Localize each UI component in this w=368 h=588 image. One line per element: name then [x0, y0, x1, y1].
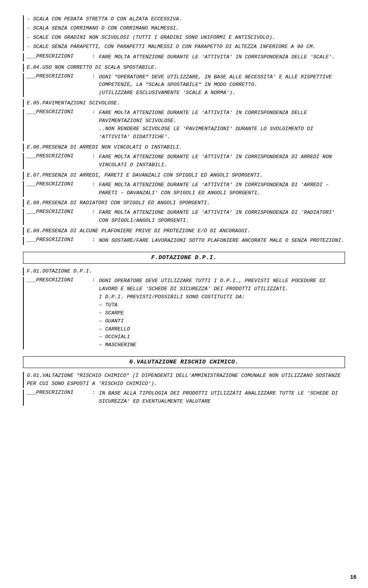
prescrizioni-e04: ___PRESCRIZIONI : OGNI "OPERATORE" DEVE … — [23, 73, 345, 97]
bullets-section: - SCALA CON PEDATA STRETTA O CON ALZATA … — [23, 15, 345, 51]
e07-section: E.07.PRESENZA DI ARREDI, PARETI E DAVANZ… — [23, 172, 345, 180]
dpi-list-item-6: – MASCHERINE — [99, 342, 136, 348]
prescrizioni-label: ___PRESCRIZIONI — [27, 209, 92, 225]
e09-title: E.09.PRESENZA DI ALCUNE PLAFONIERE PRIVE… — [27, 227, 345, 235]
page-content: - SCALA CON PEDATA STRETTA O CON ALZATA … — [19, 15, 349, 406]
dpi-list-item-5: – OCCHIALI — [99, 334, 130, 340]
e06-section: E.06.PRESENZA DI ARREDI NON VINCOLATI O … — [23, 144, 345, 152]
prescrizioni-label: ___PRESCRIZIONI — [27, 181, 92, 197]
e06-title: E.06.PRESENZA DI ARREDI NON VINCOLATI O … — [27, 144, 345, 152]
dpi-list-item-2: – SCARPE — [99, 310, 124, 316]
prescrizioni-scale-text: FARE MOLTA ATTENZIONE DURANTE LE 'ATTIVI… — [99, 53, 345, 61]
dpi-list-item-4: – CARRELLO — [99, 326, 130, 332]
prescrizioni-e09-text: NON SOSTARE/FARE LAVORAZIONI SOTTO PLAFO… — [99, 237, 345, 245]
g01-title: G.01.VALTAZIONE "RISCHIO CHIMICO" (I DIP… — [27, 372, 345, 388]
e08-title: E.08.PRESENZA DI RADIATORI CON SPIGOLI E… — [27, 199, 345, 207]
prescrizioni-colon: : — [92, 153, 99, 169]
f01-title: F.01.DOTAZIONE D.P.I. — [27, 268, 345, 276]
prescrizioni-f01: ___PRESCRIZIONI : OGNI OPERATORE DEVE UT… — [23, 277, 345, 349]
prescrizioni-colon: : — [92, 390, 99, 406]
prescrizioni-colon: : — [92, 53, 99, 61]
bullet-text-3: - SCALE CON GRADINI NON SCIVOLOSI (TUTTI… — [27, 34, 345, 42]
prescrizioni-f01-text: OGNI OPERATORE DEVE UTILIZZARE TUTTI I D… — [99, 277, 345, 349]
prescrizioni-e07-text: FARE MOLTA ATTENZIONE DURANTE LE 'ATTIVI… — [99, 181, 345, 197]
section-g-header: G.VALUTAZIONE RISCHIO CHIMICO. — [23, 356, 345, 368]
prescrizioni-label: ___PRESCRIZIONI — [27, 109, 92, 141]
prescrizioni-e08-text: FARE MOLTA ATTENZIONE DURANTE LE 'ATTIVI… — [99, 209, 345, 225]
list-item: - SCALE CON GRADINI NON SCIVOLOSI (TUTTI… — [27, 34, 345, 42]
prescrizioni-e05-text: FARE MOLTA ATTENZIONE DURANTE LE 'ATTIVI… — [99, 109, 345, 141]
prescrizioni-colon: : — [92, 73, 99, 97]
section-f-header: F.DOTAZIONE D.P.I. — [23, 252, 345, 264]
e07-title: E.07.PRESENZA DI ARREDI, PARETI E DAVANZ… — [27, 172, 345, 180]
prescrizioni-scale: ___PRESCRIZIONI : FARE MOLTA ATTENZIONE … — [23, 53, 345, 61]
prescrizioni-label: ___PRESCRIZIONI — [27, 277, 92, 349]
prescrizioni-e07: ___PRESCRIZIONI : FARE MOLTA ATTENZIONE … — [23, 181, 345, 197]
e05-section: E.05.PAVIMENTAZIONI SCIVOLOSE. — [23, 99, 345, 107]
prescrizioni-colon: : — [92, 209, 99, 225]
e05-title: E.05.PAVIMENTAZIONI SCIVOLOSE. — [27, 99, 345, 107]
prescrizioni-colon: : — [92, 109, 99, 141]
prescrizioni-e06-text: FARE MOLTA ATTENZIONE DURANTE LE 'ATTIVI… — [99, 153, 345, 169]
g01-section: G.01.VALTAZIONE "RISCHIO CHIMICO" (I DIP… — [23, 372, 345, 388]
prescrizioni-label: ___PRESCRIZIONI — [27, 390, 92, 406]
prescrizioni-label: ___PRESCRIZIONI — [27, 237, 92, 245]
bullet-text-4: - SCALE SENZA PARAPETTI, CON PARAPETTI M… — [27, 43, 345, 51]
prescrizioni-e08: ___PRESCRIZIONI : FARE MOLTA ATTENZIONE … — [23, 209, 345, 225]
prescrizioni-colon: : — [92, 181, 99, 197]
list-item: - SCALA CON PEDATA STRETTA O CON ALZATA … — [27, 15, 345, 23]
prescrizioni-colon: : — [92, 237, 99, 245]
prescrizioni-g01: ___PRESCRIZIONI : IN BASE ALLA TIPOLOGIA… — [23, 390, 345, 406]
list-item: - SCALE SENZA PARAPETTI, CON PARAPETTI M… — [27, 43, 345, 51]
dpi-list-item-3: – GUANTI — [99, 318, 124, 324]
prescrizioni-e06: ___PRESCRIZIONI : FARE MOLTA ATTENZIONE … — [23, 153, 345, 169]
prescrizioni-label: ___PRESCRIZIONI — [27, 153, 92, 169]
e08-section: E.08.PRESENZA DI RADIATORI CON SPIGOLI E… — [23, 199, 345, 207]
prescrizioni-colon: : — [92, 277, 99, 349]
bullet-text-2: - SCALA SENZA CORRIMANO O CON CORRIMANO … — [27, 25, 345, 33]
prescrizioni-e09: ___PRESCRIZIONI : NON SOSTARE/FARE LAVOR… — [23, 237, 345, 245]
f01-section: F.01.DOTAZIONE D.P.I. — [23, 268, 345, 276]
page-number: 16 — [350, 574, 356, 580]
prescrizioni-e05: ___PRESCRIZIONI : FARE MOLTA ATTENZIONE … — [23, 109, 345, 141]
prescrizioni-label: ___PRESCRIZIONI — [27, 73, 92, 97]
bullet-text-1: - SCALA CON PEDATA STRETTA O CON ALZATA … — [27, 15, 345, 23]
e09-section: E.09.PRESENZA DI ALCUNE PLAFONIERE PRIVE… — [23, 227, 345, 235]
prescrizioni-g01-text: IN BASE ALLA TIPOLOGIA DEI PRODOTTI UTIL… — [99, 390, 345, 406]
e04-title: E.04.USO NON CORRETTO DI SCALA SPOSTABIL… — [27, 64, 345, 72]
e04-section: E.04.USO NON CORRETTO DI SCALA SPOSTABIL… — [23, 64, 345, 72]
list-item: - SCALA SENZA CORRIMANO O CON CORRIMANO … — [27, 25, 345, 33]
prescrizioni-label: ___PRESCRIZIONI — [27, 53, 92, 61]
dpi-list-item-1: – TUTA — [99, 302, 118, 308]
prescrizioni-e04-text: OGNI "OPERATORE" DEVE UTILIZZARE, IN BAS… — [99, 73, 345, 97]
